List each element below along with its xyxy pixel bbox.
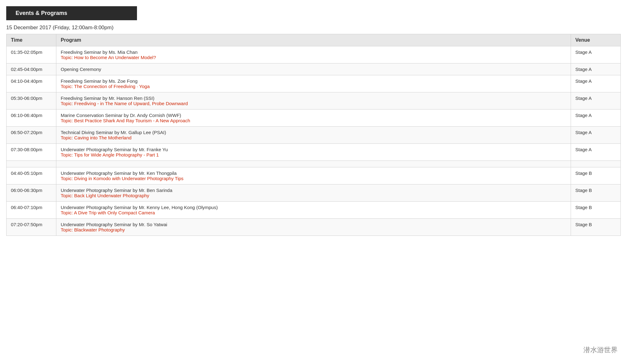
- table-row: 06:10-06:40pmMarine Conservation Seminar…: [7, 110, 621, 127]
- program-title: Technical Diving Seminar by Mr. Gallup L…: [61, 130, 566, 135]
- program-title: Underwater Photography Seminar by Mr. Ke…: [61, 170, 566, 176]
- table-cell-venue: Stage B: [571, 202, 621, 219]
- program-topic: Topic: Diving in Komodo with Underwater …: [61, 176, 566, 181]
- program-topic: Topic: Caving into The Motherland: [61, 135, 566, 140]
- events-table: Time Program Venue 01:35-02:05pmFreedivi…: [6, 34, 621, 236]
- table-row: 06:40-07:10pmUnderwater Photography Semi…: [7, 202, 621, 219]
- header-title: Events & Programs: [16, 10, 67, 16]
- program-title: Freediving Seminar by Ms. Mia Chan: [61, 49, 566, 55]
- table-cell-program: Underwater Photography Seminar by Mr. So…: [56, 219, 571, 236]
- table-cell-program: Underwater Photography Seminar by Mr. Ke…: [56, 202, 571, 219]
- table-cell-time: 04:10-04:40pm: [7, 75, 56, 92]
- table-row: 07:20-07:50pmUnderwater Photography Semi…: [7, 219, 621, 236]
- table-row: 02:45-04:00pmOpening CeremonyStage A: [7, 63, 621, 75]
- table-cell-venue: Stage A: [571, 46, 621, 63]
- table-row: 04:10-04:40pmFreediving Seminar by Ms. Z…: [7, 75, 621, 92]
- table-cell-time: 04:40-05:10pm: [7, 167, 56, 184]
- table-cell-program: Freediving Seminar by Ms. Mia ChanTopic:…: [56, 46, 571, 63]
- table-cell-program: Underwater Photography Seminar by Mr. Be…: [56, 184, 571, 202]
- table-cell-program: Freediving Seminar by Ms. Zoe FongTopic:…: [56, 75, 571, 92]
- date-header: 15 December 2017 (Friday, 12:00am-8:00pm…: [6, 25, 621, 31]
- table-cell-program: Freediving Seminar by Mr. Hanson Ren (SS…: [56, 92, 571, 110]
- col-header-time: Time: [7, 34, 56, 46]
- table-spacer-row: [7, 161, 621, 167]
- table-row: 07:30-08:00pmUnderwater Photography Semi…: [7, 144, 621, 161]
- table-cell-program: Opening Ceremony: [56, 63, 571, 75]
- table-cell-program: Marine Conservation Seminar by Dr. Andy …: [56, 110, 571, 127]
- table-cell-time: 06:40-07:10pm: [7, 202, 56, 219]
- page-header: Events & Programs: [6, 6, 137, 20]
- program-topic: Topic: Tips for Wide Angle Photography -…: [61, 152, 566, 157]
- table-cell-venue: Stage A: [571, 92, 621, 110]
- table-cell-time: 06:50-07:20pm: [7, 127, 56, 144]
- col-header-venue: Venue: [571, 34, 621, 46]
- table-row: 06:00-06:30pmUnderwater Photography Semi…: [7, 184, 621, 202]
- program-topic: Topic: How to Become An Underwater Model…: [61, 55, 566, 60]
- program-topic: Topic: A Dive Trip with Only Compact Cam…: [61, 210, 566, 215]
- table-cell-venue: Stage A: [571, 127, 621, 144]
- table-cell-time: 05:30-06:00pm: [7, 92, 56, 110]
- table-cell-time: 02:45-04:00pm: [7, 63, 56, 75]
- program-topic: Topic: Best Practice Shark And Ray Touri…: [61, 118, 566, 123]
- program-title: Opening Ceremony: [61, 67, 566, 72]
- table-cell-venue: Stage A: [571, 110, 621, 127]
- program-topic: Topic: Back Light Underwater Photography: [61, 193, 566, 198]
- table-cell-venue: Stage B: [571, 219, 621, 236]
- table-row: 04:40-05:10pmUnderwater Photography Semi…: [7, 167, 621, 184]
- program-title: Underwater Photography Seminar by Mr. Ke…: [61, 205, 566, 210]
- table-cell-time: 07:30-08:00pm: [7, 144, 56, 161]
- program-title: Freediving Seminar by Mr. Hanson Ren (SS…: [61, 96, 566, 101]
- table-row: 05:30-06:00pmFreediving Seminar by Mr. H…: [7, 92, 621, 110]
- table-cell-time: 01:35-02:05pm: [7, 46, 56, 63]
- table-cell-time: 07:20-07:50pm: [7, 219, 56, 236]
- table-cell-program: Underwater Photography Seminar by Mr. Ke…: [56, 167, 571, 184]
- col-header-program: Program: [56, 34, 571, 46]
- table-cell-program: Technical Diving Seminar by Mr. Gallup L…: [56, 127, 571, 144]
- program-topic: Topic: Blackwater Photography: [61, 227, 566, 232]
- table-cell-venue: Stage B: [571, 184, 621, 202]
- program-title: Underwater Photography Seminar by Mr. So…: [61, 222, 566, 227]
- table-cell-time: 06:00-06:30pm: [7, 184, 56, 202]
- table-cell-venue: Stage A: [571, 63, 621, 75]
- table-cell-venue: Stage A: [571, 75, 621, 92]
- table-header-row: Time Program Venue: [7, 34, 621, 46]
- table-row: 01:35-02:05pmFreediving Seminar by Ms. M…: [7, 46, 621, 63]
- program-topic: Topic: Freediving - in The Name of Upwar…: [61, 101, 566, 106]
- program-title: Marine Conservation Seminar by Dr. Andy …: [61, 113, 566, 118]
- program-title: Freediving Seminar by Ms. Zoe Fong: [61, 78, 566, 84]
- program-title: Underwater Photography Seminar by Mr. Fr…: [61, 147, 566, 152]
- table-cell-venue: Stage A: [571, 144, 621, 161]
- program-topic: Topic: The Connection of Freediving · Yo…: [61, 84, 566, 89]
- program-title: Underwater Photography Seminar by Mr. Be…: [61, 188, 566, 193]
- table-cell-venue: Stage B: [571, 167, 621, 184]
- table-cell-time: 06:10-06:40pm: [7, 110, 56, 127]
- table-row: 06:50-07:20pmTechnical Diving Seminar by…: [7, 127, 621, 144]
- table-cell-program: Underwater Photography Seminar by Mr. Fr…: [56, 144, 571, 161]
